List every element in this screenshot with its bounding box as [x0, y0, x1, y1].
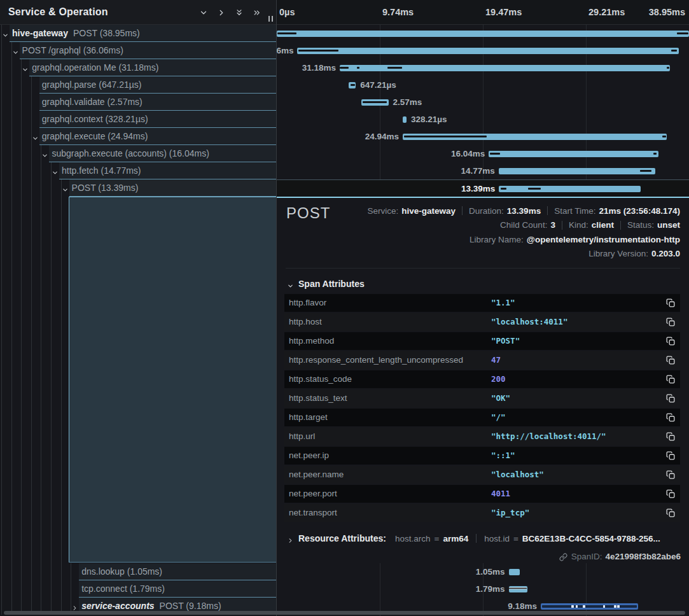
span-bar-mark: [583, 605, 585, 608]
meta-value: 0.203.0: [651, 249, 680, 258]
span-tree-row[interactable]: graphql.validate (2.57ms): [0, 94, 276, 111]
span-tree-row[interactable]: tcp.connect (1.79ms): [0, 580, 276, 598]
meta-label: Kind:: [569, 220, 588, 230]
copy-icon[interactable]: [666, 375, 675, 384]
attribute-value: "localhost:4011": [491, 313, 567, 331]
timeline-row[interactable]: 38.95ms: [277, 25, 689, 42]
span-tree-row-label: graphql.context (328.21µs): [42, 111, 148, 127]
span-tree-row[interactable]: dns.lookup (1.05ms): [0, 563, 276, 580]
span-tree-row[interactable]: POST (13.39ms): [0, 179, 276, 197]
copy-icon[interactable]: [666, 451, 675, 460]
span-bar-self-time: [298, 50, 338, 52]
copy-icon[interactable]: [666, 318, 675, 326]
span-bar-mark: [571, 605, 574, 608]
span-tree-row[interactable]: subgraph.execute (accounts) (16.04ms): [0, 145, 276, 162]
span-bar-self-time: [501, 188, 507, 190]
detail-meta-line: Service:hive-gatewayDuration:13.39msStar…: [367, 204, 680, 218]
copy-icon[interactable]: [666, 432, 675, 441]
trace-viewer: 0µs9.74ms19.47ms29.21ms38.95ms 38.95ms36…: [0, 0, 689, 616]
detail-meta-line: Child Count:3Kind:clientStatus:unset: [367, 218, 680, 233]
copy-icon[interactable]: [666, 394, 675, 403]
span-tree-row[interactable]: POST /graphql (36.06ms): [0, 42, 276, 59]
span-tree-row[interactable]: hive-gatewayPOST (38.95ms): [0, 25, 276, 42]
span-bar[interactable]: [297, 48, 679, 54]
span-bar[interactable]: [509, 586, 528, 592]
span-bar[interactable]: [361, 99, 389, 106]
attribute-value: "/": [491, 409, 506, 426]
span-bar[interactable]: [349, 82, 356, 88]
timeline-row[interactable]: 328.21µs: [277, 111, 689, 128]
span-tree-row[interactable]: graphql.parse (647.21µs): [0, 76, 276, 94]
span-bar[interactable]: [403, 116, 406, 123]
operation-name: graphql.context (328.21µs): [42, 114, 148, 124]
expand-all-icon[interactable]: [253, 8, 261, 17]
copy-icon[interactable]: [666, 298, 675, 307]
panel-resize-grip[interactable]: [268, 16, 274, 22]
collapse-one-icon[interactable]: [199, 8, 208, 17]
span-tree-row[interactable]: graphql.operation Me (31.18ms): [0, 59, 276, 76]
attribute-row: net.peer.port4011: [284, 485, 680, 503]
expand-one-icon[interactable]: [217, 8, 226, 17]
copy-icon[interactable]: [666, 508, 675, 517]
copy-icon[interactable]: [666, 337, 675, 346]
timeline-row[interactable]: 1.79ms: [277, 580, 689, 598]
span-duration-label: 36.06ms: [277, 42, 293, 59]
collapse-chevron-down-icon[interactable]: [2, 30, 9, 37]
span-tree-row[interactable]: http.fetch (14.77ms): [0, 162, 276, 179]
timeline-row[interactable]: 647.21µs: [277, 76, 689, 94]
expand-chevron-right-icon[interactable]: [71, 603, 78, 610]
span-attributes-header[interactable]: Span Attributes: [287, 277, 365, 291]
timeline-row[interactable]: 36.06ms: [277, 42, 689, 59]
span-bar[interactable]: [509, 569, 520, 575]
timeline-row[interactable]: 1.05ms: [277, 563, 689, 580]
span-duration-label: 647.21µs: [360, 76, 396, 94]
horizontal-scrollbar[interactable]: [4, 611, 685, 615]
collapse-chevron-down-icon[interactable]: [52, 167, 59, 174]
meta-divider: [462, 206, 463, 215]
timeline-row[interactable]: 24.94ms: [277, 128, 689, 145]
operation-name: tcp.connect (1.79ms): [81, 584, 165, 594]
detail-divider: [286, 268, 680, 269]
copy-icon[interactable]: [666, 489, 675, 498]
collapse-chevron-down-icon[interactable]: [22, 64, 29, 71]
timeline-row[interactable]: 16.04ms: [277, 145, 689, 162]
span-bar[interactable]: [340, 65, 670, 71]
span-bar-self-time: [671, 50, 677, 52]
span-duration-label: 2.57ms: [393, 94, 422, 111]
collapse-chevron-down-icon[interactable]: [41, 150, 48, 157]
copy-icon[interactable]: [666, 413, 675, 422]
copy-icon[interactable]: [666, 470, 675, 479]
span-bar[interactable]: [403, 134, 667, 140]
span-bar[interactable]: [541, 603, 638, 610]
panel-title: Service & Operation: [8, 0, 108, 24]
resource-key: host.id: [484, 534, 510, 543]
service-name: service-accounts: [81, 601, 154, 611]
span-tree-row[interactable]: graphql.context (328.21µs): [0, 111, 276, 128]
span-tree-header: Service & Operation: [0, 0, 276, 25]
attribute-key: net.peer.port: [289, 485, 337, 503]
timeline-row[interactable]: 13.39ms: [277, 179, 689, 197]
span-bar[interactable]: [489, 151, 658, 157]
panel-divider[interactable]: [276, 0, 277, 616]
span-tree-row[interactable]: graphql.execute (24.94ms): [0, 128, 276, 145]
collapse-chevron-down-icon[interactable]: [62, 185, 69, 192]
operation-name: subgraph.execute (accounts) (16.04ms): [52, 148, 209, 158]
span-bar[interactable]: [499, 168, 655, 174]
ruler-tick-label: 19.47ms: [485, 0, 522, 24]
timeline-row[interactable]: 14.77ms: [277, 162, 689, 179]
timeline-row[interactable]: 2.57ms: [277, 94, 689, 111]
attribute-value: 47: [491, 351, 501, 369]
span-tree-row-label: graphql.operation Me (31.18ms): [32, 59, 158, 76]
link-icon[interactable]: [559, 552, 567, 561]
collapse-chevron-down-icon[interactable]: [12, 47, 19, 54]
attribute-key: http.method: [289, 332, 334, 350]
span-bar[interactable]: [499, 186, 641, 192]
copy-icon[interactable]: [666, 356, 675, 365]
meta-label: Status:: [627, 220, 654, 230]
resource-attributes-row[interactable]: Resource Attributes: host.arch=arm64host…: [287, 529, 680, 547]
timeline-row[interactable]: 31.18ms: [277, 59, 689, 76]
attribute-key: http.url: [289, 428, 315, 445]
span-bar[interactable]: [277, 31, 689, 37]
collapse-all-icon[interactable]: [235, 8, 244, 17]
collapse-chevron-down-icon[interactable]: [32, 133, 39, 140]
